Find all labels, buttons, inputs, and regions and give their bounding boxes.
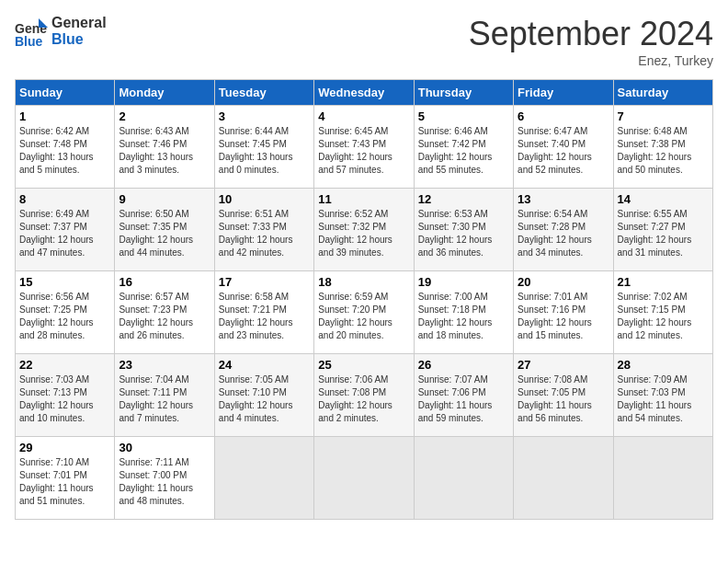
day-info: Sunrise: 7:06 AMSunset: 7:08 PMDaylight:…	[318, 373, 409, 425]
calendar-cell: 5Sunrise: 6:46 AMSunset: 7:42 PMDaylight…	[414, 106, 513, 189]
logo-icon: General Blue	[15, 15, 48, 48]
day-info: Sunrise: 7:03 AMSunset: 7:13 PMDaylight:…	[19, 373, 110, 425]
calendar-week-row: 22Sunrise: 7:03 AMSunset: 7:13 PMDayligh…	[16, 354, 713, 437]
day-number: 26	[418, 358, 509, 372]
logo: General Blue General Blue	[15, 15, 107, 48]
calendar-cell: 14Sunrise: 6:55 AMSunset: 7:27 PMDayligh…	[613, 189, 712, 271]
day-number: 22	[19, 358, 110, 372]
day-info: Sunrise: 6:55 AMSunset: 7:27 PMDaylight:…	[618, 208, 709, 259]
calendar-cell: 23Sunrise: 7:04 AMSunset: 7:11 PMDayligh…	[115, 354, 214, 437]
calendar-cell: 3Sunrise: 6:44 AMSunset: 7:45 PMDaylight…	[214, 106, 313, 189]
calendar-cell	[214, 437, 313, 520]
day-info: Sunrise: 6:54 AMSunset: 7:28 PMDaylight:…	[518, 208, 609, 259]
day-info: Sunrise: 6:42 AMSunset: 7:48 PMDaylight:…	[19, 125, 110, 177]
calendar-cell: 26Sunrise: 7:07 AMSunset: 7:06 PMDayligh…	[414, 354, 513, 437]
calendar-cell: 27Sunrise: 7:08 AMSunset: 7:05 PMDayligh…	[514, 354, 613, 437]
day-info: Sunrise: 7:00 AMSunset: 7:18 PMDaylight:…	[418, 291, 509, 342]
calendar-week-row: 1Sunrise: 6:42 AMSunset: 7:48 PMDaylight…	[16, 106, 713, 189]
day-number: 1	[19, 109, 110, 123]
logo-line2: Blue	[51, 31, 107, 48]
calendar-cell: 2Sunrise: 6:43 AMSunset: 7:46 PMDaylight…	[115, 106, 214, 189]
day-number: 19	[418, 275, 509, 289]
calendar-week-row: 15Sunrise: 6:56 AMSunset: 7:25 PMDayligh…	[16, 271, 713, 354]
day-info: Sunrise: 6:53 AMSunset: 7:30 PMDaylight:…	[418, 208, 509, 259]
day-number: 20	[518, 275, 609, 289]
day-info: Sunrise: 6:43 AMSunset: 7:46 PMDaylight:…	[119, 125, 210, 177]
day-number: 25	[318, 358, 409, 372]
title-section: September 2024 Enez, Turkey	[469, 15, 713, 68]
calendar-cell: 7Sunrise: 6:48 AMSunset: 7:38 PMDaylight…	[613, 106, 712, 189]
calendar-cell: 24Sunrise: 7:05 AMSunset: 7:10 PMDayligh…	[214, 354, 313, 437]
calendar-cell: 20Sunrise: 7:01 AMSunset: 7:16 PMDayligh…	[514, 271, 613, 354]
day-number: 9	[119, 192, 210, 206]
weekday-header-row: SundayMondayTuesdayWednesdayThursdayFrid…	[16, 80, 713, 106]
day-info: Sunrise: 7:10 AMSunset: 7:01 PMDaylight:…	[19, 456, 110, 508]
calendar-cell: 18Sunrise: 6:59 AMSunset: 7:20 PMDayligh…	[314, 271, 414, 354]
day-info: Sunrise: 6:51 AMSunset: 7:33 PMDaylight:…	[219, 208, 310, 259]
calendar-cell: 28Sunrise: 7:09 AMSunset: 7:03 PMDayligh…	[613, 354, 712, 437]
calendar-cell: 16Sunrise: 6:57 AMSunset: 7:23 PMDayligh…	[115, 271, 214, 354]
page-header: General Blue General Blue September 2024…	[15, 15, 713, 68]
calendar-cell	[514, 437, 613, 520]
day-info: Sunrise: 6:44 AMSunset: 7:45 PMDaylight:…	[219, 125, 310, 177]
location-subtitle: Enez, Turkey	[469, 53, 713, 68]
day-info: Sunrise: 6:45 AMSunset: 7:43 PMDaylight:…	[318, 125, 409, 177]
calendar-cell: 13Sunrise: 6:54 AMSunset: 7:28 PMDayligh…	[514, 189, 613, 271]
day-number: 5	[418, 109, 509, 123]
calendar-week-row: 29Sunrise: 7:10 AMSunset: 7:01 PMDayligh…	[16, 437, 713, 520]
day-number: 29	[19, 441, 110, 454]
day-info: Sunrise: 6:46 AMSunset: 7:42 PMDaylight:…	[418, 125, 509, 177]
day-number: 21	[618, 275, 709, 289]
day-number: 15	[19, 275, 110, 289]
calendar-cell: 8Sunrise: 6:49 AMSunset: 7:37 PMDaylight…	[16, 189, 115, 271]
day-number: 18	[318, 275, 409, 289]
calendar-cell: 29Sunrise: 7:10 AMSunset: 7:01 PMDayligh…	[16, 437, 115, 520]
weekday-header: Thursday	[414, 80, 513, 106]
weekday-header: Friday	[514, 80, 613, 106]
calendar-cell	[613, 437, 712, 520]
day-info: Sunrise: 6:59 AMSunset: 7:20 PMDaylight:…	[318, 291, 409, 342]
calendar-cell: 25Sunrise: 7:06 AMSunset: 7:08 PMDayligh…	[314, 354, 414, 437]
day-info: Sunrise: 6:52 AMSunset: 7:32 PMDaylight:…	[318, 208, 409, 259]
day-info: Sunrise: 6:50 AMSunset: 7:35 PMDaylight:…	[119, 208, 210, 259]
calendar-cell: 21Sunrise: 7:02 AMSunset: 7:15 PMDayligh…	[613, 271, 712, 354]
day-number: 13	[518, 192, 609, 206]
calendar-cell: 6Sunrise: 6:47 AMSunset: 7:40 PMDaylight…	[514, 106, 613, 189]
day-info: Sunrise: 7:05 AMSunset: 7:10 PMDaylight:…	[219, 373, 310, 425]
day-info: Sunrise: 7:09 AMSunset: 7:03 PMDaylight:…	[618, 373, 709, 425]
calendar-table: SundayMondayTuesdayWednesdayThursdayFrid…	[15, 79, 713, 520]
day-info: Sunrise: 7:11 AMSunset: 7:00 PMDaylight:…	[119, 456, 210, 508]
calendar-cell: 22Sunrise: 7:03 AMSunset: 7:13 PMDayligh…	[16, 354, 115, 437]
day-number: 28	[618, 358, 709, 372]
day-info: Sunrise: 6:49 AMSunset: 7:37 PMDaylight:…	[19, 208, 110, 259]
weekday-header: Sunday	[16, 80, 115, 106]
day-number: 30	[119, 441, 210, 454]
day-number: 3	[219, 109, 310, 123]
day-info: Sunrise: 6:56 AMSunset: 7:25 PMDaylight:…	[19, 291, 110, 342]
day-number: 7	[618, 109, 709, 123]
day-info: Sunrise: 7:08 AMSunset: 7:05 PMDaylight:…	[518, 373, 609, 425]
calendar-cell: 9Sunrise: 6:50 AMSunset: 7:35 PMDaylight…	[115, 189, 214, 271]
weekday-header: Tuesday	[214, 80, 313, 106]
day-info: Sunrise: 7:02 AMSunset: 7:15 PMDaylight:…	[618, 291, 709, 342]
day-info: Sunrise: 6:57 AMSunset: 7:23 PMDaylight:…	[119, 291, 210, 342]
day-number: 23	[119, 358, 210, 372]
day-number: 2	[119, 109, 210, 123]
day-number: 8	[19, 192, 110, 206]
weekday-header: Saturday	[613, 80, 712, 106]
calendar-cell: 19Sunrise: 7:00 AMSunset: 7:18 PMDayligh…	[414, 271, 513, 354]
day-info: Sunrise: 6:47 AMSunset: 7:40 PMDaylight:…	[518, 125, 609, 177]
calendar-cell	[414, 437, 513, 520]
day-number: 4	[318, 109, 409, 123]
day-number: 14	[618, 192, 709, 206]
day-number: 16	[119, 275, 210, 289]
day-number: 11	[318, 192, 409, 206]
weekday-header: Wednesday	[314, 80, 414, 106]
logo-line1: General	[51, 15, 107, 31]
calendar-week-row: 8Sunrise: 6:49 AMSunset: 7:37 PMDaylight…	[16, 189, 713, 271]
day-info: Sunrise: 7:07 AMSunset: 7:06 PMDaylight:…	[418, 373, 509, 425]
day-number: 27	[518, 358, 609, 372]
svg-text:Blue: Blue	[15, 34, 43, 48]
calendar-cell: 11Sunrise: 6:52 AMSunset: 7:32 PMDayligh…	[314, 189, 414, 271]
day-number: 17	[219, 275, 310, 289]
